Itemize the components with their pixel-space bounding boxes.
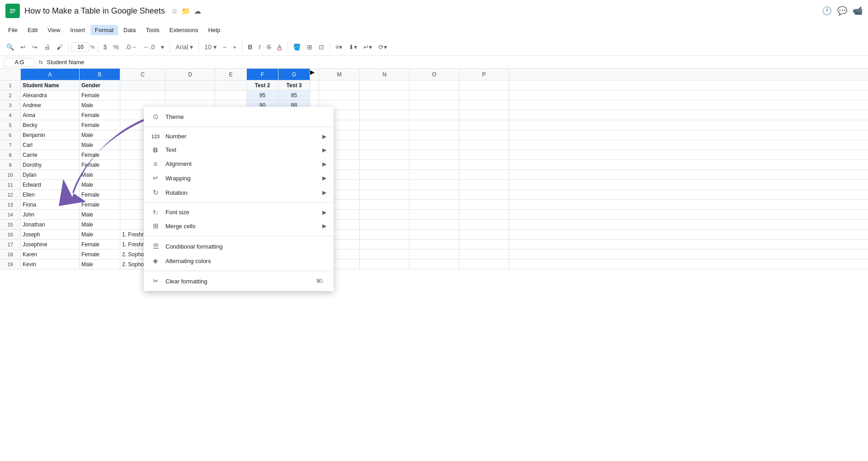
cell-7-o[interactable]	[410, 140, 459, 150]
cell-18-p[interactable]	[459, 249, 509, 259]
cell-11-n[interactable]	[360, 180, 410, 189]
folder-icon[interactable]: 📁	[181, 7, 190, 15]
cell-4-a[interactable]: Anna	[21, 110, 80, 120]
cell-15-p[interactable]	[459, 220, 509, 229]
cell-15-a[interactable]: Jonathan	[21, 220, 80, 229]
cell-18-o[interactable]	[410, 249, 459, 259]
cell-14-a[interactable]: John	[21, 210, 80, 219]
cell-1-f[interactable]: Test 2	[247, 80, 278, 90]
cell-15-b[interactable]: Male	[80, 220, 120, 229]
menu-file[interactable]: File	[4, 25, 22, 35]
cell-13-o[interactable]	[410, 200, 459, 209]
cell-1-g[interactable]: Test 3	[278, 80, 310, 90]
cell-7-n[interactable]	[360, 140, 410, 150]
valign-btn[interactable]: ⬇▾	[346, 42, 360, 52]
col-header-o[interactable]: O	[410, 69, 459, 80]
cell-4-n[interactable]	[360, 110, 410, 120]
cell-19-n[interactable]	[360, 259, 410, 269]
cell-19-p[interactable]	[459, 259, 509, 269]
cell-2-f[interactable]: 95	[247, 90, 278, 100]
col-header-a[interactable]: A	[21, 69, 80, 80]
cell-19-b[interactable]: Male	[80, 259, 120, 269]
menu-wrapping-item[interactable]: ↵ Wrapping ▶	[144, 171, 334, 185]
dec-decrease-btn[interactable]: .0→	[123, 42, 140, 52]
col-header-g[interactable]: G	[278, 69, 310, 80]
col-header-p[interactable]: P	[459, 69, 509, 80]
col-header-f[interactable]: F	[247, 69, 278, 80]
cell-8-b[interactable]: Female	[80, 150, 120, 160]
print-btn[interactable]: 🖨	[41, 42, 53, 52]
menu-format[interactable]: Format	[90, 25, 118, 35]
col-header-c[interactable]: C	[120, 69, 165, 80]
col-header-m[interactable]: M	[319, 69, 360, 80]
cell-8-n[interactable]	[360, 150, 410, 160]
cell-5-b[interactable]: Female	[80, 120, 120, 130]
cell-14-n[interactable]	[360, 210, 410, 219]
cell-6-o[interactable]	[410, 130, 459, 140]
cell-16-a[interactable]: Joseph	[21, 230, 80, 239]
menu-alignment-item[interactable]: ≡ Alignment ▶	[144, 157, 334, 171]
cell-11-o[interactable]	[410, 180, 459, 189]
menu-edit[interactable]: Edit	[23, 25, 42, 35]
cell-12-a[interactable]: Ellen	[21, 190, 80, 199]
menu-help[interactable]: Help	[203, 25, 225, 35]
halign-btn[interactable]: ≡▾	[333, 42, 345, 52]
cell-15-o[interactable]	[410, 220, 459, 229]
cell-1-e[interactable]	[215, 80, 247, 90]
cell-2-g[interactable]: 85	[278, 90, 310, 100]
cell-1-d[interactable]	[165, 80, 215, 90]
cell-17-b[interactable]: Female	[80, 240, 120, 249]
cell-3-n[interactable]	[360, 100, 410, 110]
cell-10-b[interactable]: Male	[80, 170, 120, 179]
cell-2-p[interactable]	[459, 90, 509, 100]
cell-2-e[interactable]	[215, 90, 247, 100]
font-dec-btn[interactable]: −	[220, 42, 229, 52]
cell-9-p[interactable]	[459, 160, 509, 169]
cell-7-b[interactable]: Male	[80, 140, 120, 150]
cell-2-b[interactable]: Female	[80, 90, 120, 100]
cell-4-o[interactable]	[410, 110, 459, 120]
cell-17-n[interactable]	[360, 240, 410, 249]
menu-tools[interactable]: Tools	[141, 25, 164, 35]
more-formats-btn[interactable]: ▾	[158, 42, 167, 52]
cell-1-n[interactable]	[360, 80, 410, 90]
cell-13-b[interactable]: Female	[80, 200, 120, 209]
cell-6-n[interactable]	[360, 130, 410, 140]
wrap-btn[interactable]: ↵▾	[361, 42, 375, 52]
cell-ref[interactable]: A:G	[4, 58, 35, 67]
cell-9-a[interactable]: Dorothy	[21, 160, 80, 169]
menu-data[interactable]: Data	[119, 25, 140, 35]
menu-text-item[interactable]: B Text ▶	[144, 143, 334, 157]
cell-5-o[interactable]	[410, 120, 459, 130]
menu-extensions[interactable]: Extensions	[165, 25, 203, 35]
history-icon[interactable]: 🕐	[822, 6, 832, 16]
menu-view[interactable]: View	[43, 25, 65, 35]
cell-8-a[interactable]: Carrie	[21, 150, 80, 160]
cell-9-n[interactable]	[360, 160, 410, 169]
menu-insert[interactable]: Insert	[66, 25, 90, 35]
menu-number-item[interactable]: 123 Number ▶	[144, 130, 334, 143]
cell-1-a[interactable]: Student Name	[21, 80, 80, 90]
cell-6-b[interactable]: Male	[80, 130, 120, 140]
text-color-btn[interactable]: A	[275, 42, 284, 52]
menu-rotation-item[interactable]: ↻ Rotation ▶	[144, 185, 334, 200]
fill-color-btn[interactable]: 🪣	[290, 42, 303, 52]
cell-9-b[interactable]: Female	[80, 160, 120, 169]
italic-btn[interactable]: I	[256, 42, 263, 52]
strikethrough-btn[interactable]: S	[264, 42, 274, 52]
cell-19-a[interactable]: Kevin	[21, 259, 80, 269]
cell-2-a[interactable]: Alexandra	[21, 90, 80, 100]
undo-btn[interactable]: ↩	[18, 42, 28, 52]
cell-4-b[interactable]: Female	[80, 110, 120, 120]
cell-5-n[interactable]	[360, 120, 410, 130]
zoom-box[interactable]: 10	[71, 42, 90, 52]
percent-btn[interactable]: %	[111, 42, 122, 52]
cell-13-n[interactable]	[360, 200, 410, 209]
cell-14-o[interactable]	[410, 210, 459, 219]
cell-2-c[interactable]	[120, 90, 165, 100]
borders-btn[interactable]: ⊞	[304, 42, 315, 52]
cell-1-c[interactable]	[120, 80, 165, 90]
cell-15-n[interactable]	[360, 220, 410, 229]
col-header-n[interactable]: N	[360, 69, 410, 80]
menu-theme-item[interactable]: ⊙ Theme	[144, 109, 334, 124]
